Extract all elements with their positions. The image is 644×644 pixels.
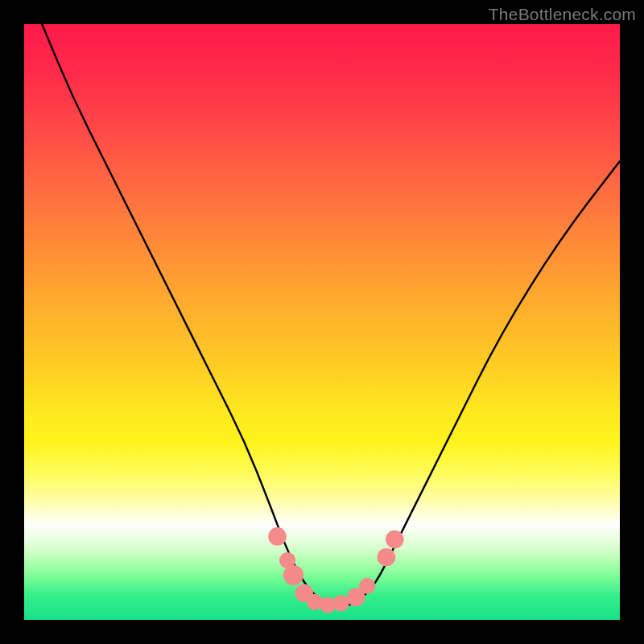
plot-area <box>24 24 620 620</box>
curve-marker <box>359 578 375 594</box>
curve-marker <box>283 565 303 585</box>
chart-frame: TheBottleneck.com <box>0 0 644 644</box>
watermark-text: TheBottleneck.com <box>489 5 636 24</box>
bottleneck-curve <box>42 24 620 606</box>
curve-marker <box>386 530 404 549</box>
curve-marker <box>268 527 287 546</box>
curve-layer <box>24 24 620 620</box>
curve-marker <box>378 548 396 567</box>
curve-marker <box>333 595 349 611</box>
